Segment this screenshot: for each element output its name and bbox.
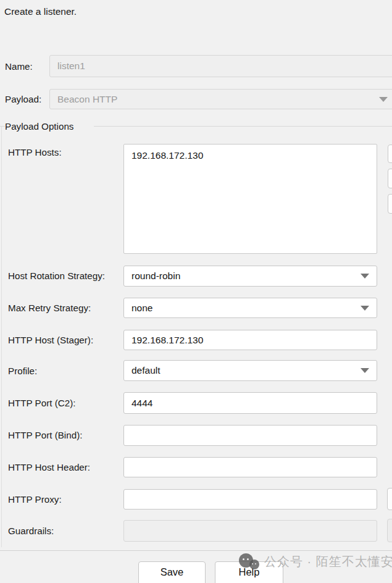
payload-dropdown: Beacon HTTP [49,89,392,109]
payload-dropdown-value: Beacon HTTP [57,94,389,105]
http-port-c2-label: HTTP Port (C2): [8,397,75,409]
guardrails-label: Guardrails: [8,525,54,537]
http-host-stager-input[interactable] [123,330,377,350]
profile-label: Profile: [8,365,37,377]
http-port-bind-label: HTTP Port (Bind): [8,429,82,442]
http-port-c2-input[interactable] [123,392,377,414]
group-border-left-line [1,127,2,547]
max-retry-strategy-label: Max Retry Strategy: [8,302,91,314]
name-input [49,55,392,77]
wechat-chat-bubble-small-icon [249,560,259,569]
dialog-title: Create a listener. [4,6,77,17]
http-proxy-side-button[interactable] [387,488,392,510]
chevron-down-icon [361,368,369,373]
host-rotation-strategy-label: Host Rotation Strategy: [8,270,105,282]
max-retry-strategy-dropdown[interactable]: none [123,298,377,318]
button-area-divider [0,550,392,551]
chevron-down-icon [379,97,388,102]
hosts-side-button-2[interactable] [388,169,392,188]
http-host-header-input[interactable] [123,457,377,477]
payload-label: Payload: [5,93,41,106]
http-proxy-label: HTTP Proxy: [8,493,62,506]
watermark-text: 公众号 · 陌笙不太懂安全 [264,553,392,570]
create-listener-dialog: Create a listener. Name: Payload: Beacon… [0,0,392,583]
chevron-down-icon [361,274,369,279]
profile-dropdown[interactable]: default [123,360,377,381]
max-retry-strategy-value: none [131,303,369,314]
group-border-top-line [94,126,392,127]
host-rotation-strategy-dropdown[interactable]: round-robin [123,266,377,287]
name-label: Name: [5,61,33,73]
http-host-stager-label: HTTP Host (Stager): [8,334,93,346]
profile-value: default [131,365,369,376]
guardrails-input [123,520,377,542]
payload-options-group-title: Payload Options [5,121,73,132]
hosts-side-button-3[interactable] [388,194,392,214]
http-proxy-input[interactable] [123,489,377,510]
save-button[interactable]: Save [138,561,206,583]
http-hosts-entry[interactable]: 192.168.172.130 [131,150,203,161]
http-host-header-label: HTTP Host Header: [8,461,90,474]
http-port-bind-input[interactable] [123,425,377,446]
host-rotation-strategy-value: round-robin [131,271,369,282]
http-hosts-listbox[interactable]: 192.168.172.130 [123,144,377,254]
chevron-down-icon [361,306,369,311]
guardrails-side-button [387,519,392,542]
hosts-side-button-1[interactable] [388,145,392,163]
http-hosts-label: HTTP Hosts: [8,146,62,159]
